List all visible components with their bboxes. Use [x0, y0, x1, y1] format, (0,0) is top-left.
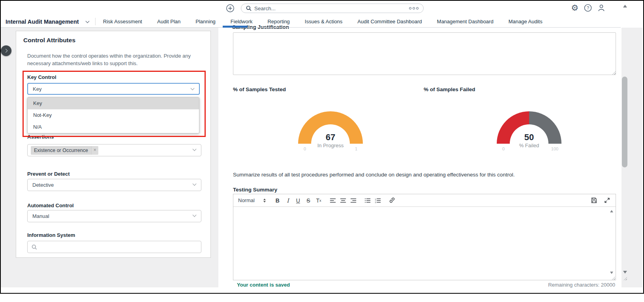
testing-summary-editor: Normal B I U S Tx — [233, 194, 616, 280]
tab-risk-assessment[interactable]: Risk Assessment — [96, 15, 150, 28]
scroll-up-icon[interactable] — [610, 210, 613, 212]
paragraph-style-value: Normal — [238, 197, 255, 203]
active-tab-indicator — [223, 26, 247, 28]
app-title: Internal Audit Management — [6, 19, 79, 25]
gauge-value: 50 — [497, 132, 561, 143]
chevron-down-icon — [193, 182, 197, 186]
assertion-tag-label: Existence or Occurrence — [31, 146, 91, 155]
bold-button[interactable]: B — [274, 196, 282, 205]
tab-audit-committee-dashboard[interactable]: Audit Committee Dashboard — [350, 15, 429, 28]
ordered-list-icon[interactable] — [374, 196, 382, 205]
dropdown-option-na[interactable]: N/A — [28, 121, 199, 133]
underline-button[interactable]: U — [294, 196, 302, 205]
topbar: ⚙ ? — [1, 1, 643, 15]
gauge-max-tick: 100 — [548, 146, 561, 151]
testing-summary-label: Testing Summary — [233, 187, 277, 193]
editor-toolbar: Normal B I U S Tx — [233, 194, 616, 207]
key-control-selected-value: Key — [33, 86, 41, 92]
app-switcher[interactable]: Internal Audit Management — [6, 15, 89, 28]
prevent-or-detect-label: Prevent or Detect — [27, 171, 70, 177]
dropdown-option-not-key[interactable]: Not-Key — [28, 109, 199, 121]
tab-planning[interactable]: Planning — [188, 15, 223, 28]
nav-bottom-border — [1, 27, 621, 28]
samples-tested-gauge: 67 In Progress 0 1 — [298, 111, 363, 152]
panel-title: Control Attributes — [23, 37, 75, 44]
align-right-icon[interactable] — [349, 196, 357, 205]
list-group — [364, 196, 382, 205]
create-new-button[interactable] — [226, 4, 235, 13]
expand-icon[interactable] — [603, 196, 611, 205]
gauge-max-tick: 1 — [349, 146, 363, 151]
automated-control-select[interactable]: Manual — [27, 210, 201, 222]
settings-gear-icon[interactable]: ⚙ — [571, 4, 578, 12]
editor-content[interactable] — [233, 207, 616, 280]
information-system-input[interactable] — [40, 244, 197, 250]
editor-resize-handle[interactable] — [611, 276, 615, 280]
samples-failed-gauge: 50 % Failed 0 100 — [497, 111, 561, 152]
panel-expand-button[interactable] — [1, 45, 11, 56]
assertion-tag: Existence or Occurrence × — [31, 146, 98, 155]
tab-manage-audits[interactable]: Manage Audits — [501, 15, 550, 28]
italic-button[interactable]: I — [284, 196, 292, 205]
editor-actions — [590, 196, 611, 205]
app-window: ⚙ ? Internal Audit Management Risk Asses… — [0, 0, 644, 294]
link-icon[interactable] — [388, 196, 396, 205]
remove-tag-button[interactable]: × — [91, 146, 98, 155]
chevron-down-icon — [191, 86, 195, 90]
save-icon[interactable] — [590, 196, 598, 205]
style-stepper-icon — [263, 199, 266, 203]
user-account-icon[interactable] — [597, 4, 605, 12]
scroll-down-icon[interactable] — [610, 272, 613, 274]
search-icon — [32, 244, 37, 250]
tab-management-dashboard[interactable]: Management Dashboard — [430, 15, 501, 28]
automated-control-value: Manual — [32, 213, 49, 219]
clear-format-x: x — [319, 199, 321, 203]
chevron-down-icon — [193, 213, 197, 217]
paragraph-style-select[interactable]: Normal — [238, 197, 266, 203]
information-system-label: Information System — [27, 232, 75, 238]
dropdown-option-key[interactable]: Key — [28, 98, 199, 109]
vertical-scrollbar-thumb[interactable] — [622, 77, 627, 167]
scroll-up-icon[interactable] — [623, 5, 627, 8]
control-attributes-panel: Control Attributes Document how the cont… — [16, 31, 211, 258]
search-input[interactable] — [254, 6, 406, 11]
clear-format-t: T — [316, 197, 319, 204]
remaining-characters: Remaining characters: 20000 — [548, 282, 615, 288]
prevent-or-detect-value: Detective — [32, 182, 54, 188]
gauge-min-tick: 0 — [298, 146, 312, 151]
clear-formatting-button[interactable]: Tx — [315, 196, 323, 205]
global-search[interactable] — [241, 4, 424, 13]
gauge-value: 67 — [298, 132, 363, 143]
nav-tabs: Risk Assessment Audit Plan Planning Fiel… — [96, 15, 550, 28]
sampling-justification-textarea[interactable] — [233, 32, 616, 75]
annotation-highlight-box: Key Control Key Key Not-Key N/A — [23, 71, 206, 137]
help-icon[interactable]: ? — [584, 4, 592, 12]
save-status-text: Your content is saved — [237, 282, 290, 288]
navbar: Internal Audit Management Risk Assessmen… — [1, 15, 643, 28]
testing-detail-panel: % of Samples Tested % of Samples Failed … — [218, 28, 621, 287]
plus-circle-icon — [226, 4, 235, 13]
assertions-select[interactable]: Existence or Occurrence × — [27, 144, 201, 156]
key-control-dropdown: Key Not-Key N/A — [27, 97, 199, 133]
align-group — [329, 196, 357, 205]
bullet-list-icon[interactable] — [364, 196, 372, 205]
search-options-kebab-icon[interactable] — [409, 7, 419, 9]
information-system-field[interactable] — [27, 241, 201, 253]
align-center-icon[interactable] — [339, 196, 347, 205]
testing-summary-instruction: Summarize results of all test procedures… — [233, 172, 612, 178]
key-control-label: Key Control — [27, 74, 56, 80]
chevron-right-icon — [4, 49, 8, 53]
align-left-icon[interactable] — [329, 196, 337, 205]
automated-control-label: Automated Control — [27, 203, 74, 208]
svg-text:?: ? — [587, 6, 589, 10]
samples-tested-title: % of Samples Tested — [233, 86, 286, 92]
tab-audit-plan[interactable]: Audit Plan — [150, 15, 188, 28]
prevent-or-detect-select[interactable]: Detective — [27, 179, 201, 191]
key-control-select[interactable]: Key — [27, 83, 200, 95]
strikethrough-button[interactable]: S — [304, 196, 312, 205]
text-format-group: B I U S Tx — [274, 196, 323, 205]
scroll-down-icon[interactable] — [623, 271, 627, 274]
vertical-scrollbar[interactable] — [621, 2, 629, 281]
tab-issues-actions[interactable]: Issues & Actions — [297, 15, 350, 28]
insert-group — [388, 196, 396, 205]
